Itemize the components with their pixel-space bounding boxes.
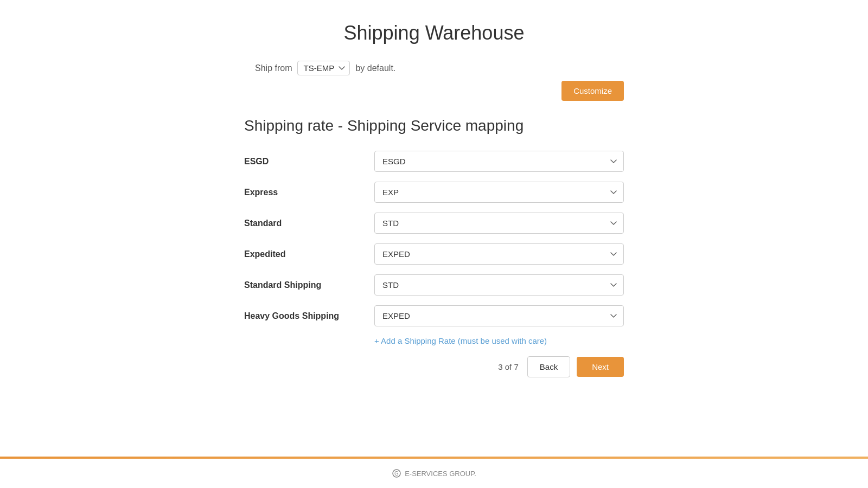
mapping-select-standard-shipping[interactable]: STD (374, 274, 624, 296)
mapping-select-wrapper: EXP (374, 182, 624, 203)
section-title: Shipping rate - Shipping Service mapping (244, 117, 624, 134)
footer-logo-icon: G (392, 468, 401, 478)
mapping-row: ExpeditedEXPED (244, 243, 624, 265)
page-wrapper: Shipping Warehouse Ship from TS-EMP by d… (0, 0, 868, 457)
mapping-select-standard[interactable]: STD (374, 213, 624, 234)
mapping-row: ExpressEXP (244, 182, 624, 203)
mapping-label: Standard Shipping (244, 280, 363, 290)
mapping-row: StandardSTD (244, 213, 624, 234)
mapping-label: Standard (244, 219, 363, 228)
mapping-label: Heavy Goods Shipping (244, 311, 363, 321)
ship-from-label: Ship from (255, 63, 292, 73)
mapping-table: ESGDESGDExpressEXPStandardSTDExpeditedEX… (244, 151, 624, 326)
bottom-nav: 3 of 7 Back Next (244, 356, 624, 388)
mapping-select-wrapper: EXPED (374, 243, 624, 265)
mapping-select-wrapper: STD (374, 274, 624, 296)
svg-text:G: G (394, 471, 399, 477)
customize-row: Customize (244, 81, 624, 101)
mapping-select-expedited[interactable]: EXPED (374, 243, 624, 265)
customize-button[interactable]: Customize (561, 81, 624, 101)
mapping-select-heavy-goods-shipping[interactable]: EXPED (374, 305, 624, 326)
footer: G E-SERVICES GROUP. (0, 459, 868, 488)
mapping-select-express[interactable]: EXP (374, 182, 624, 203)
mapping-label: Expedited (244, 249, 363, 259)
mapping-row: ESGDESGD (244, 151, 624, 172)
ship-from-row: Ship from TS-EMP by default. (255, 61, 395, 75)
page-indicator: 3 of 7 (498, 362, 519, 371)
page-title: Shipping Warehouse (344, 22, 525, 44)
footer-text: E-SERVICES GROUP. (405, 470, 476, 478)
mapping-select-wrapper: STD (374, 213, 624, 234)
mapping-label: Express (244, 188, 363, 197)
mapping-select-esgd[interactable]: ESGD (374, 151, 624, 172)
add-shipping-rate-link[interactable]: + Add a Shipping Rate (must be used with… (374, 336, 624, 345)
mapping-row: Standard ShippingSTD (244, 274, 624, 296)
mapping-select-wrapper: ESGD (374, 151, 624, 172)
mapping-select-wrapper: EXPED (374, 305, 624, 326)
mapping-label: ESGD (244, 157, 363, 166)
next-button[interactable]: Next (577, 357, 624, 377)
main-content: Shipping rate - Shipping Service mapping… (244, 117, 624, 388)
back-button[interactable]: Back (527, 356, 570, 377)
ship-from-default-text: by default. (355, 63, 395, 73)
ship-from-select[interactable]: TS-EMP (297, 61, 350, 75)
mapping-row: Heavy Goods ShippingEXPED (244, 305, 624, 326)
